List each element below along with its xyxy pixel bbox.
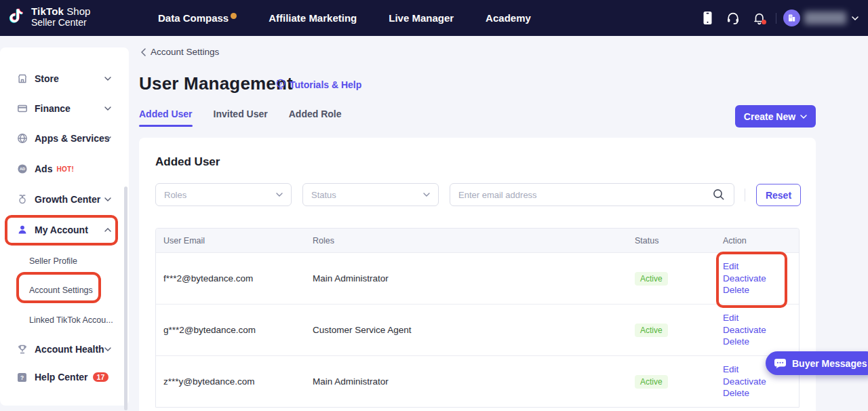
- nav-live-manager[interactable]: Live Manager: [389, 12, 454, 24]
- chevron-down-icon: [104, 197, 111, 201]
- user-email: f***2@bytedance.com: [156, 273, 313, 283]
- chat-bubble-icon: [774, 358, 787, 369]
- chevron-down-icon: [104, 77, 111, 81]
- tiktok-seller-center-page: TikTok Shop Seller Center Data Compass A…: [0, 0, 868, 411]
- help-center-count-badge: 17: [93, 372, 109, 382]
- table-row: g***2@bytedance.com Customer Service Age…: [156, 304, 799, 355]
- finance-card-icon: [16, 103, 28, 115]
- nav-data-compass[interactable]: Data Compass: [158, 12, 237, 24]
- left-sidebar: Store Finance Apps & Services AD Ads HOT…: [0, 47, 129, 406]
- table-header-row: User Email Roles Status Action: [156, 229, 799, 252]
- svg-text:?: ?: [20, 374, 24, 380]
- create-new-button[interactable]: Create New: [735, 105, 816, 128]
- delete-link[interactable]: Delete: [723, 387, 799, 399]
- breadcrumb-label: Account Settings: [151, 47, 219, 57]
- col-header-action: Action: [723, 236, 799, 246]
- help-icon: ?: [16, 372, 28, 383]
- top-header: TikTok Shop Seller Center Data Compass A…: [0, 0, 868, 36]
- tiktok-shop-logo[interactable]: TikTok Shop Seller Center: [8, 5, 90, 28]
- tab-added-user[interactable]: Added User: [139, 109, 193, 127]
- deactivate-link[interactable]: Deactivate: [723, 324, 799, 336]
- sidebar-item-seller-profile[interactable]: Seller Profile: [0, 249, 129, 273]
- status-badge: Active: [635, 324, 668, 337]
- buyer-messages-button[interactable]: Buyer Messages: [766, 351, 868, 375]
- mobile-app-icon[interactable]: [694, 11, 720, 25]
- table-row: f***2@bytedance.com Main Administrator A…: [156, 252, 799, 304]
- user-role: Main Administrator: [313, 376, 635, 387]
- header-right-controls: [694, 0, 868, 36]
- nav-academy[interactable]: Academy: [486, 12, 531, 24]
- added-user-table: User Email Roles Status Action f***2@byt…: [155, 228, 800, 408]
- sidebar-item-help-center[interactable]: ? Help Center 17: [0, 365, 129, 389]
- globe-icon: [16, 133, 28, 144]
- chevron-up-icon: [104, 228, 111, 232]
- header-divider: [776, 13, 776, 24]
- panel-title: Added User: [155, 155, 220, 169]
- edit-link[interactable]: Edit: [723, 312, 799, 324]
- tab-invited-user[interactable]: Invited User: [214, 109, 268, 127]
- table-row: z***y@bytedance.com Main Administrator A…: [156, 355, 799, 407]
- chevron-down-icon: [104, 106, 111, 111]
- chevron-down-icon: [276, 193, 283, 197]
- ads-icon: AD: [16, 163, 28, 175]
- delete-link[interactable]: Delete: [723, 336, 799, 348]
- chevron-down-icon: [104, 347, 111, 351]
- medal-icon: [16, 194, 28, 206]
- added-user-panel: Added User Roles Status Reset User Email…: [139, 138, 816, 411]
- sidebar-item-linked-tiktok-accounts[interactable]: Linked TikTok Accou...: [0, 308, 129, 332]
- status-filter-dropdown[interactable]: Status: [302, 183, 439, 206]
- notification-red-dot: [762, 20, 766, 24]
- tab-added-role[interactable]: Added Role: [289, 109, 342, 127]
- reset-button[interactable]: Reset: [756, 184, 801, 206]
- account-avatar[interactable]: [783, 9, 800, 26]
- nav-affiliate-marketing[interactable]: Affiliate Marketing: [269, 12, 357, 24]
- hot-badge: HOT!: [56, 165, 74, 173]
- svg-text:AD: AD: [19, 167, 24, 171]
- roles-filter-dropdown[interactable]: Roles: [155, 183, 292, 206]
- sidebar-item-store[interactable]: Store: [0, 66, 129, 91]
- user-email: g***2@bytedance.com: [156, 325, 313, 335]
- user-role: Main Administrator: [313, 273, 635, 283]
- logo-text: TikTok Shop Seller Center: [31, 5, 90, 28]
- chevron-down-icon: [800, 115, 807, 119]
- support-headset-icon[interactable]: [720, 12, 746, 25]
- account-name-blurred: [804, 12, 846, 24]
- trophy-icon: [16, 344, 28, 355]
- edit-link[interactable]: Edit: [723, 260, 799, 273]
- chevron-left-icon: [141, 48, 146, 56]
- sidebar-item-finance[interactable]: Finance: [0, 96, 129, 121]
- chevron-down-icon: [104, 136, 111, 140]
- account-menu-chevron-down-icon[interactable]: [852, 16, 859, 20]
- tutorials-help-link[interactable]: ? Tutorials & Help: [275, 79, 361, 90]
- row-actions: Edit Deactivate Delete: [723, 260, 799, 296]
- user-email: z***y@bytedance.com: [156, 376, 313, 387]
- sidebar-scrollbar[interactable]: [124, 187, 127, 410]
- tab-bar: Added User Invited User Added Role: [139, 109, 342, 127]
- sidebar-item-my-account[interactable]: My Account: [0, 218, 129, 242]
- svg-text:?: ?: [279, 81, 283, 87]
- col-header-status: Status: [635, 236, 723, 246]
- row-actions: Edit Deactivate Delete: [723, 312, 799, 348]
- tiktok-note-icon: [8, 7, 26, 27]
- filter-divider: [745, 189, 745, 201]
- sidebar-item-growth-center[interactable]: Growth Center: [0, 187, 129, 212]
- sidebar-item-ads[interactable]: AD Ads HOT!: [0, 157, 129, 181]
- sidebar-item-apps-services[interactable]: Apps & Services: [0, 126, 129, 151]
- sidebar-item-account-health[interactable]: Account Health: [0, 337, 129, 361]
- col-header-roles: Roles: [313, 236, 635, 246]
- notifications-bell-icon[interactable]: [746, 12, 772, 25]
- delete-link[interactable]: Delete: [723, 284, 799, 296]
- email-search-input[interactable]: [450, 183, 734, 206]
- breadcrumb[interactable]: Account Settings: [141, 47, 219, 57]
- logo-seller-center: Seller Center: [31, 17, 90, 28]
- logo-shop: Shop: [64, 5, 90, 17]
- chevron-down-icon: [423, 193, 430, 197]
- page-title: User Management: [139, 73, 293, 94]
- sidebar-item-account-settings[interactable]: Account Settings: [0, 278, 129, 302]
- status-badge: Active: [635, 272, 668, 286]
- deactivate-link[interactable]: Deactivate: [723, 376, 799, 388]
- top-navigation: Data Compass Affiliate Marketing Live Ma…: [158, 0, 531, 36]
- deactivate-link[interactable]: Deactivate: [723, 273, 799, 285]
- logo-brand: TikTok: [31, 5, 64, 17]
- active-tab-underline: [139, 125, 193, 127]
